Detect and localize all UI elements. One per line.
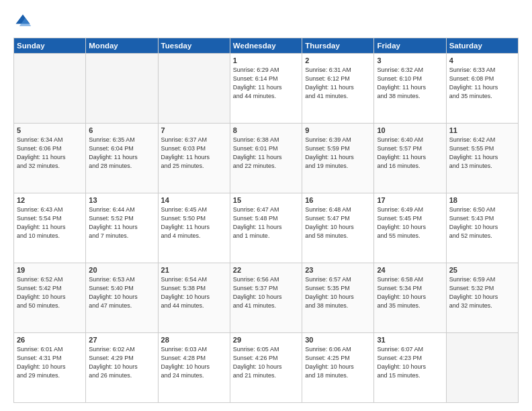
- day-number: 12: [17, 196, 83, 204]
- calendar-cell: 15Sunrise: 6:47 AM Sunset: 5:48 PM Dayli…: [230, 193, 302, 263]
- day-info: Sunrise: 6:49 AM Sunset: 5:45 PM Dayligh…: [377, 205, 443, 240]
- calendar-cell: 5Sunrise: 6:34 AM Sunset: 6:06 PM Daylig…: [14, 124, 86, 193]
- calendar-cell: 21Sunrise: 6:54 AM Sunset: 5:38 PM Dayli…: [158, 263, 230, 333]
- logo-icon: [13, 12, 32, 31]
- calendar-cell: 30Sunrise: 6:06 AM Sunset: 4:25 PM Dayli…: [302, 333, 374, 403]
- day-number: 9: [305, 126, 371, 134]
- calendar-cell: 2Sunrise: 6:31 AM Sunset: 6:12 PM Daylig…: [302, 54, 374, 124]
- day-info: Sunrise: 6:58 AM Sunset: 5:34 PM Dayligh…: [377, 275, 443, 310]
- day-number: 27: [89, 336, 154, 344]
- calendar-cell: [14, 54, 86, 124]
- day-number: 1: [233, 56, 299, 64]
- day-number: 16: [305, 196, 371, 204]
- calendar-cell: 9Sunrise: 6:39 AM Sunset: 5:59 PM Daylig…: [302, 124, 374, 193]
- day-info: Sunrise: 6:50 AM Sunset: 5:43 PM Dayligh…: [449, 205, 515, 240]
- day-info: Sunrise: 6:03 AM Sunset: 4:28 PM Dayligh…: [161, 345, 227, 380]
- day-number: 15: [233, 196, 299, 204]
- calendar-cell: 10Sunrise: 6:40 AM Sunset: 5:57 PM Dayli…: [374, 124, 446, 193]
- day-number: 23: [305, 266, 371, 274]
- day-info: Sunrise: 6:57 AM Sunset: 5:35 PM Dayligh…: [305, 275, 371, 310]
- day-number: 30: [305, 336, 371, 344]
- day-info: Sunrise: 6:06 AM Sunset: 4:25 PM Dayligh…: [305, 345, 371, 380]
- calendar-cell: 25Sunrise: 6:59 AM Sunset: 5:32 PM Dayli…: [446, 263, 518, 333]
- calendar-cell: 22Sunrise: 6:56 AM Sunset: 5:37 PM Dayli…: [230, 263, 302, 333]
- calendar-cell: 1Sunrise: 6:29 AM Sunset: 6:14 PM Daylig…: [230, 54, 302, 124]
- day-info: Sunrise: 6:37 AM Sunset: 6:03 PM Dayligh…: [161, 136, 227, 171]
- day-number: 4: [449, 56, 515, 64]
- day-info: Sunrise: 6:56 AM Sunset: 5:37 PM Dayligh…: [233, 275, 299, 310]
- calendar-cell: 11Sunrise: 6:42 AM Sunset: 5:55 PM Dayli…: [446, 124, 518, 193]
- day-info: Sunrise: 6:07 AM Sunset: 4:23 PM Dayligh…: [377, 345, 443, 380]
- calendar-cell: 6Sunrise: 6:35 AM Sunset: 6:04 PM Daylig…: [86, 124, 158, 193]
- weekday-header-wednesday: Wednesday: [230, 38, 302, 54]
- weekday-header-sunday: Sunday: [14, 38, 86, 54]
- day-number: 17: [377, 196, 443, 204]
- day-info: Sunrise: 6:38 AM Sunset: 6:01 PM Dayligh…: [233, 136, 299, 171]
- logo: [13, 12, 35, 31]
- weekday-header-row: SundayMondayTuesdayWednesdayThursdayFrid…: [14, 38, 519, 54]
- day-number: 18: [449, 196, 515, 204]
- calendar-week-5: 26Sunrise: 6:01 AM Sunset: 4:31 PM Dayli…: [14, 333, 519, 403]
- day-info: Sunrise: 6:31 AM Sunset: 6:12 PM Dayligh…: [305, 66, 371, 101]
- day-number: 11: [449, 126, 515, 134]
- day-number: 13: [89, 196, 154, 204]
- day-info: Sunrise: 6:59 AM Sunset: 5:32 PM Dayligh…: [449, 275, 515, 310]
- day-number: 19: [17, 266, 83, 274]
- day-info: Sunrise: 6:02 AM Sunset: 4:29 PM Dayligh…: [89, 345, 154, 380]
- weekday-header-saturday: Saturday: [446, 38, 518, 54]
- day-info: Sunrise: 6:47 AM Sunset: 5:48 PM Dayligh…: [233, 205, 299, 240]
- calendar-cell: [446, 333, 518, 403]
- day-number: 20: [89, 266, 154, 274]
- calendar: SundayMondayTuesdayWednesdayThursdayFrid…: [13, 38, 519, 403]
- calendar-cell: 23Sunrise: 6:57 AM Sunset: 5:35 PM Dayli…: [302, 263, 374, 333]
- day-number: 21: [161, 266, 227, 274]
- day-number: 28: [161, 336, 227, 344]
- calendar-cell: 18Sunrise: 6:50 AM Sunset: 5:43 PM Dayli…: [446, 193, 518, 263]
- day-info: Sunrise: 6:32 AM Sunset: 6:10 PM Dayligh…: [377, 66, 443, 101]
- day-info: Sunrise: 6:35 AM Sunset: 6:04 PM Dayligh…: [89, 136, 154, 171]
- calendar-cell: 29Sunrise: 6:05 AM Sunset: 4:26 PM Dayli…: [230, 333, 302, 403]
- calendar-week-1: 1Sunrise: 6:29 AM Sunset: 6:14 PM Daylig…: [14, 54, 519, 124]
- day-number: 7: [161, 126, 227, 134]
- day-info: Sunrise: 6:42 AM Sunset: 5:55 PM Dayligh…: [449, 136, 515, 171]
- day-info: Sunrise: 6:40 AM Sunset: 5:57 PM Dayligh…: [377, 136, 443, 171]
- calendar-cell: 8Sunrise: 6:38 AM Sunset: 6:01 PM Daylig…: [230, 124, 302, 193]
- header: [13, 12, 519, 31]
- day-number: 10: [377, 126, 443, 134]
- day-number: 31: [377, 336, 443, 344]
- day-number: 6: [89, 126, 154, 134]
- calendar-cell: 27Sunrise: 6:02 AM Sunset: 4:29 PM Dayli…: [86, 333, 158, 403]
- day-info: Sunrise: 6:52 AM Sunset: 5:42 PM Dayligh…: [17, 275, 83, 310]
- day-number: 29: [233, 336, 299, 344]
- calendar-cell: [86, 54, 158, 124]
- day-number: 3: [377, 56, 443, 64]
- calendar-cell: 20Sunrise: 6:53 AM Sunset: 5:40 PM Dayli…: [86, 263, 158, 333]
- day-info: Sunrise: 6:34 AM Sunset: 6:06 PM Dayligh…: [17, 136, 83, 171]
- day-number: 2: [305, 56, 371, 64]
- calendar-cell: 17Sunrise: 6:49 AM Sunset: 5:45 PM Dayli…: [374, 193, 446, 263]
- day-info: Sunrise: 6:54 AM Sunset: 5:38 PM Dayligh…: [161, 275, 227, 310]
- day-info: Sunrise: 6:45 AM Sunset: 5:50 PM Dayligh…: [161, 205, 227, 240]
- day-number: 26: [17, 336, 83, 344]
- day-number: 25: [449, 266, 515, 274]
- weekday-header-friday: Friday: [374, 38, 446, 54]
- day-info: Sunrise: 6:01 AM Sunset: 4:31 PM Dayligh…: [17, 345, 83, 380]
- calendar-cell: 19Sunrise: 6:52 AM Sunset: 5:42 PM Dayli…: [14, 263, 86, 333]
- calendar-cell: [158, 54, 230, 124]
- day-number: 5: [17, 126, 83, 134]
- day-info: Sunrise: 6:44 AM Sunset: 5:52 PM Dayligh…: [89, 205, 154, 240]
- calendar-cell: 4Sunrise: 6:33 AM Sunset: 6:08 PM Daylig…: [446, 54, 518, 124]
- calendar-cell: 24Sunrise: 6:58 AM Sunset: 5:34 PM Dayli…: [374, 263, 446, 333]
- day-info: Sunrise: 6:43 AM Sunset: 5:54 PM Dayligh…: [17, 205, 83, 240]
- calendar-cell: 13Sunrise: 6:44 AM Sunset: 5:52 PM Dayli…: [86, 193, 158, 263]
- calendar-cell: 3Sunrise: 6:32 AM Sunset: 6:10 PM Daylig…: [374, 54, 446, 124]
- calendar-week-3: 12Sunrise: 6:43 AM Sunset: 5:54 PM Dayli…: [14, 193, 519, 263]
- calendar-cell: 12Sunrise: 6:43 AM Sunset: 5:54 PM Dayli…: [14, 193, 86, 263]
- day-info: Sunrise: 6:48 AM Sunset: 5:47 PM Dayligh…: [305, 205, 371, 240]
- calendar-cell: 16Sunrise: 6:48 AM Sunset: 5:47 PM Dayli…: [302, 193, 374, 263]
- day-info: Sunrise: 6:05 AM Sunset: 4:26 PM Dayligh…: [233, 345, 299, 380]
- calendar-cell: 7Sunrise: 6:37 AM Sunset: 6:03 PM Daylig…: [158, 124, 230, 193]
- weekday-header-thursday: Thursday: [302, 38, 374, 54]
- day-number: 22: [233, 266, 299, 274]
- weekday-header-tuesday: Tuesday: [158, 38, 230, 54]
